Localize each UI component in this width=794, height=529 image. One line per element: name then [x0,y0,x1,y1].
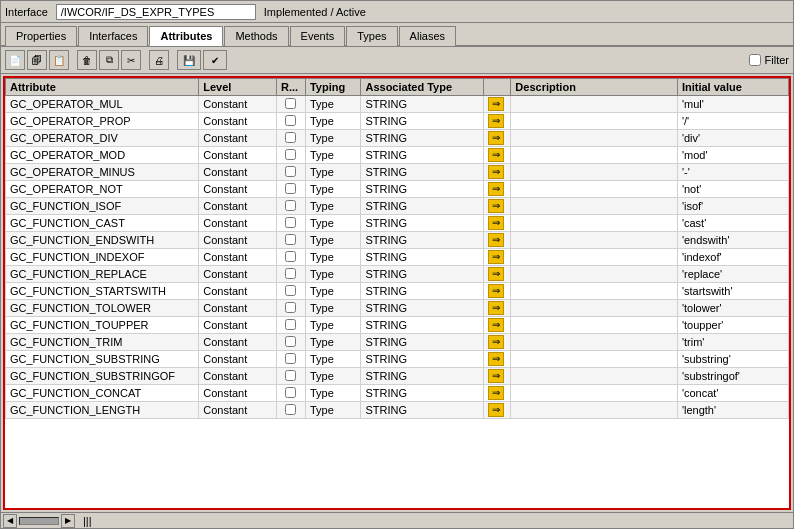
cell-r[interactable] [276,283,305,300]
row-checkbox[interactable] [285,166,296,177]
row-checkbox[interactable] [285,370,296,381]
copy-button[interactable]: 🗐 [27,50,47,70]
navigation-arrow-icon[interactable]: ⇒ [488,335,504,349]
cell-r[interactable] [276,198,305,215]
navigation-arrow-icon[interactable]: ⇒ [488,216,504,230]
row-checkbox[interactable] [285,319,296,330]
navigation-arrow-icon[interactable]: ⇒ [488,250,504,264]
cell-arrow[interactable]: ⇒ [483,334,511,351]
filter-checkbox[interactable] [749,54,761,66]
cell-arrow[interactable]: ⇒ [483,385,511,402]
table-row[interactable]: GC_OPERATOR_DIVConstantTypeSTRING⇒'div' [6,130,789,147]
cell-r[interactable] [276,266,305,283]
table-row[interactable]: GC_OPERATOR_NOTConstantTypeSTRING⇒'not' [6,181,789,198]
table-row[interactable]: GC_FUNCTION_LENGTHConstantTypeSTRING⇒'le… [6,402,789,419]
cell-r[interactable] [276,130,305,147]
cell-arrow[interactable]: ⇒ [483,351,511,368]
tab-types[interactable]: Types [346,26,397,46]
row-checkbox[interactable] [285,285,296,296]
cell-r[interactable] [276,368,305,385]
navigation-arrow-icon[interactable]: ⇒ [488,233,504,247]
row-checkbox[interactable] [285,149,296,160]
cell-arrow[interactable]: ⇒ [483,147,511,164]
cell-r[interactable] [276,249,305,266]
cell-arrow[interactable]: ⇒ [483,232,511,249]
table-row[interactable]: GC_FUNCTION_STARTSWITHConstantTypeSTRING… [6,283,789,300]
table-row[interactable]: GC_FUNCTION_TRIMConstantTypeSTRING⇒'trim… [6,334,789,351]
tab-interfaces[interactable]: Interfaces [78,26,148,46]
table-row[interactable]: GC_FUNCTION_SUBSTRINGConstantTypeSTRING⇒… [6,351,789,368]
table-row[interactable]: GC_OPERATOR_MODConstantTypeSTRING⇒'mod' [6,147,789,164]
cell-r[interactable] [276,113,305,130]
tab-attributes[interactable]: Attributes [149,26,223,46]
navigation-arrow-icon[interactable]: ⇒ [488,352,504,366]
cell-r[interactable] [276,334,305,351]
cell-arrow[interactable]: ⇒ [483,164,511,181]
scroll-left-button[interactable]: ◀ [3,514,17,528]
cell-arrow[interactable]: ⇒ [483,317,511,334]
row-checkbox[interactable] [285,336,296,347]
cell-arrow[interactable]: ⇒ [483,266,511,283]
table-row[interactable]: GC_FUNCTION_CASTConstantTypeSTRING⇒'cast… [6,215,789,232]
check-button[interactable]: ✔ [203,50,227,70]
navigation-arrow-icon[interactable]: ⇒ [488,403,504,417]
tab-aliases[interactable]: Aliases [399,26,456,46]
save-button[interactable]: 💾 [177,50,201,70]
cell-arrow[interactable]: ⇒ [483,368,511,385]
tab-events[interactable]: Events [290,26,346,46]
cell-r[interactable] [276,164,305,181]
table-row[interactable]: GC_FUNCTION_REPLACEConstantTypeSTRING⇒'r… [6,266,789,283]
table-row[interactable]: GC_FUNCTION_INDEXOFConstantTypeSTRING⇒'i… [6,249,789,266]
navigation-arrow-icon[interactable]: ⇒ [488,165,504,179]
print-button[interactable]: 🖨 [149,50,169,70]
navigation-arrow-icon[interactable]: ⇒ [488,318,504,332]
cell-arrow[interactable]: ⇒ [483,181,511,198]
table-row[interactable]: GC_FUNCTION_CONCATConstantTypeSTRING⇒'co… [6,385,789,402]
table-row[interactable]: GC_FUNCTION_TOUPPERConstantTypeSTRING⇒'t… [6,317,789,334]
table-row[interactable]: GC_FUNCTION_ISOFConstantTypeSTRING⇒'isof… [6,198,789,215]
cell-arrow[interactable]: ⇒ [483,249,511,266]
navigation-arrow-icon[interactable]: ⇒ [488,131,504,145]
cell-arrow[interactable]: ⇒ [483,130,511,147]
cell-r[interactable] [276,147,305,164]
cell-r[interactable] [276,385,305,402]
row-checkbox[interactable] [285,183,296,194]
new-row-button[interactable]: 📄 [5,50,25,70]
cell-arrow[interactable]: ⇒ [483,198,511,215]
row-checkbox[interactable] [285,234,296,245]
row-checkbox[interactable] [285,200,296,211]
table-row[interactable]: GC_OPERATOR_MULConstantTypeSTRING⇒'mul' [6,96,789,113]
tab-properties[interactable]: Properties [5,26,77,46]
row-checkbox[interactable] [285,404,296,415]
cell-arrow[interactable]: ⇒ [483,283,511,300]
navigation-arrow-icon[interactable]: ⇒ [488,301,504,315]
navigation-arrow-icon[interactable]: ⇒ [488,182,504,196]
cell-arrow[interactable]: ⇒ [483,215,511,232]
row-checkbox[interactable] [285,387,296,398]
scroll-track[interactable] [19,517,59,525]
cell-arrow[interactable]: ⇒ [483,300,511,317]
table-row[interactable]: GC_FUNCTION_TOLOWERConstantTypeSTRING⇒'t… [6,300,789,317]
copy2-button[interactable]: ⧉ [99,50,119,70]
row-checkbox[interactable] [285,353,296,364]
row-checkbox[interactable] [285,98,296,109]
navigation-arrow-icon[interactable]: ⇒ [488,267,504,281]
navigation-arrow-icon[interactable]: ⇒ [488,148,504,162]
table-row[interactable]: GC_OPERATOR_MINUSConstantTypeSTRING⇒'-' [6,164,789,181]
cell-r[interactable] [276,402,305,419]
table-row[interactable]: GC_FUNCTION_ENDSWITHConstantTypeSTRING⇒'… [6,232,789,249]
row-checkbox[interactable] [285,217,296,228]
row-checkbox[interactable] [285,251,296,262]
table-row[interactable]: GC_OPERATOR_PROPConstantTypeSTRING⇒'/' [6,113,789,130]
navigation-arrow-icon[interactable]: ⇒ [488,97,504,111]
row-checkbox[interactable] [285,132,296,143]
row-checkbox[interactable] [285,115,296,126]
cell-r[interactable] [276,181,305,198]
cell-r[interactable] [276,351,305,368]
row-checkbox[interactable] [285,302,296,313]
navigation-arrow-icon[interactable]: ⇒ [488,284,504,298]
delete-button[interactable]: 🗑 [77,50,97,70]
cell-r[interactable] [276,300,305,317]
scroll-right-button[interactable]: ▶ [61,514,75,528]
navigation-arrow-icon[interactable]: ⇒ [488,369,504,383]
